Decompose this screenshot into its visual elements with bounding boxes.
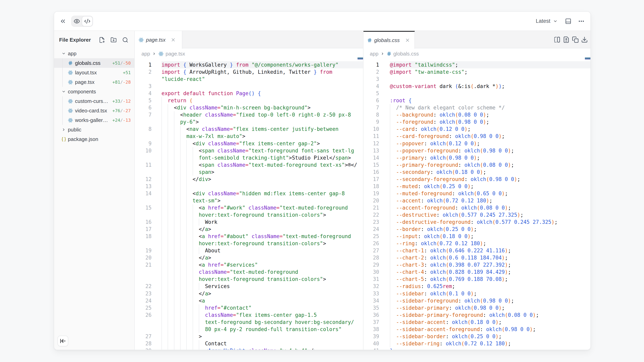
collapse-panel-button[interactable] <box>58 17 67 25</box>
close-tab-icon[interactable] <box>170 37 176 42</box>
indent-guide <box>162 247 162 254</box>
indent-guide <box>193 340 193 347</box>
code-line: 13 --popover-foreground: oklch(0.98 0 0)… <box>364 147 590 154</box>
tree-item-page.tsx[interactable]: page.tsx+81/-28 <box>54 77 134 87</box>
indent-guide <box>162 319 162 326</box>
toggle-bottom-panel-button[interactable] <box>564 17 572 25</box>
line-number: 35 <box>364 304 379 312</box>
code-line: 8 --background: oklch(0.08 0 0); <box>364 111 590 118</box>
horizontal-scrollbar-thumb[interactable] <box>585 57 590 59</box>
breadcrumb: app page.tsx <box>135 48 363 59</box>
react-icon <box>68 108 73 113</box>
tree-item-package.json[interactable]: package.json <box>54 134 134 144</box>
code-line: 19 About <box>135 247 363 254</box>
code-editor-globals-css[interactable]: 1@import "tailwindcss";2@import "tw-anim… <box>364 59 590 350</box>
indent-guide <box>162 254 162 261</box>
indent-guide <box>186 297 187 304</box>
indent-guide <box>180 304 180 312</box>
indent-guide <box>168 254 168 261</box>
indent-guide <box>193 297 193 304</box>
version-selector[interactable]: Latest <box>536 18 558 24</box>
tree-item-custom-curs-[interactable]: custom-curs…+33/-12 <box>54 96 134 106</box>
indent-guide <box>186 226 187 233</box>
indent-guide <box>186 211 187 218</box>
collapse-sidebar-button[interactable] <box>58 336 68 346</box>
tree-item-video-card.tsx[interactable]: video-card.tsx+76/-27 <box>54 106 134 115</box>
code-line-content: --muted: oklch(0.25 0 0); <box>390 183 590 190</box>
tree-item-app[interactable]: app <box>54 49 134 58</box>
code-editor-page-tsx[interactable]: 1import { WorksGallery } from "@/compone… <box>135 59 363 350</box>
breadcrumb-file[interactable]: page.tsx <box>166 51 185 57</box>
line-number <box>135 197 152 204</box>
tree-item-layout.tsx[interactable]: layout.tsx+51 <box>54 68 134 77</box>
code-line: 41} <box>364 347 590 350</box>
indent-guide <box>168 197 168 204</box>
view-mode-toggle <box>71 16 93 27</box>
indent-guide <box>180 268 180 276</box>
indent-guide <box>180 218 180 226</box>
code-line-content: <div className="flex items-center gap-2"… <box>162 140 363 147</box>
code-line: 24 <a <box>135 297 363 304</box>
line-number: 36 <box>364 312 379 319</box>
line-number <box>135 276 152 283</box>
download-file-button[interactable] <box>581 36 588 43</box>
editor-pane-globals-css: globals.css <box>364 31 590 350</box>
file-plus-icon <box>99 37 105 43</box>
indent-guide <box>390 125 390 133</box>
tree-item-components[interactable]: components <box>54 87 134 96</box>
hash-icon <box>387 51 392 56</box>
line-number: 20 <box>135 254 152 261</box>
indent-guide <box>162 276 162 283</box>
search-files-button[interactable] <box>122 37 128 43</box>
indent-guide <box>199 326 199 333</box>
new-folder-button[interactable] <box>110 37 117 43</box>
breadcrumb-file[interactable]: globals.css <box>393 51 419 57</box>
new-file-button[interactable] <box>98 37 105 43</box>
indent-guide <box>162 197 162 204</box>
indent-guide <box>168 319 168 326</box>
line-number: 6 <box>364 97 379 104</box>
indent-guide <box>180 183 180 190</box>
line-number: 41 <box>364 347 379 350</box>
indent-guide <box>390 312 390 319</box>
code-line-content: --sidebar-border: oklch(0.25 0 0); <box>390 333 590 340</box>
breadcrumb-folder[interactable]: app <box>142 51 150 57</box>
indent-guide <box>168 190 168 197</box>
tree-item-works-galler-[interactable]: works-galler…+24/-13 <box>54 115 134 125</box>
eye-icon <box>74 18 80 24</box>
tab-globals-css[interactable]: globals.css <box>364 31 415 49</box>
code-line: 18 <a href="#about" className="text-mute… <box>135 233 363 240</box>
indent-guide <box>174 190 174 197</box>
tab-page-tsx[interactable]: page.tsx <box>135 31 182 49</box>
horizontal-scrollbar-thumb[interactable] <box>358 57 363 59</box>
line-number: 15 <box>135 204 152 211</box>
preview-toggle-button[interactable] <box>72 16 82 26</box>
indent-guide <box>162 326 162 333</box>
code-line-content: --chart-2: oklch(0.6 0.118 184.704); <box>390 254 590 261</box>
file-diff-button[interactable] <box>563 36 570 43</box>
folder-name: components <box>68 89 96 95</box>
indent-guide <box>168 268 168 276</box>
code-line: 20 --accent: oklch(0.72 0.12 180); <box>364 197 590 204</box>
indent-guide <box>390 140 390 147</box>
file-explorer-title: File Explorer <box>59 37 91 43</box>
code-line: 17 --secondary-foreground: oklch(0.98 0 … <box>364 176 590 183</box>
indent-guide <box>193 169 193 176</box>
tree-item-globals.css[interactable]: globals.css+51/-50 <box>54 58 134 68</box>
indent-guide <box>162 154 162 161</box>
code-line-content: --muted-foreground: oklch(0.65 0 0); <box>390 190 590 197</box>
breadcrumb-folder[interactable]: app <box>370 51 378 57</box>
open-diff-view-button[interactable] <box>554 36 560 43</box>
tree-item-public[interactable]: public <box>54 125 134 134</box>
indent-guide <box>174 118 174 125</box>
indent-guide <box>390 333 390 340</box>
indent-guide <box>180 197 180 204</box>
indent-guide <box>180 226 180 233</box>
indent-guide <box>174 133 174 140</box>
line-number: 19 <box>135 247 152 254</box>
editor-window: Latest File Explorer <box>54 11 591 350</box>
code-toggle-button[interactable] <box>82 16 93 26</box>
close-tab-icon[interactable] <box>405 38 410 43</box>
more-options-button[interactable] <box>577 17 586 25</box>
copy-file-button[interactable] <box>572 36 578 43</box>
